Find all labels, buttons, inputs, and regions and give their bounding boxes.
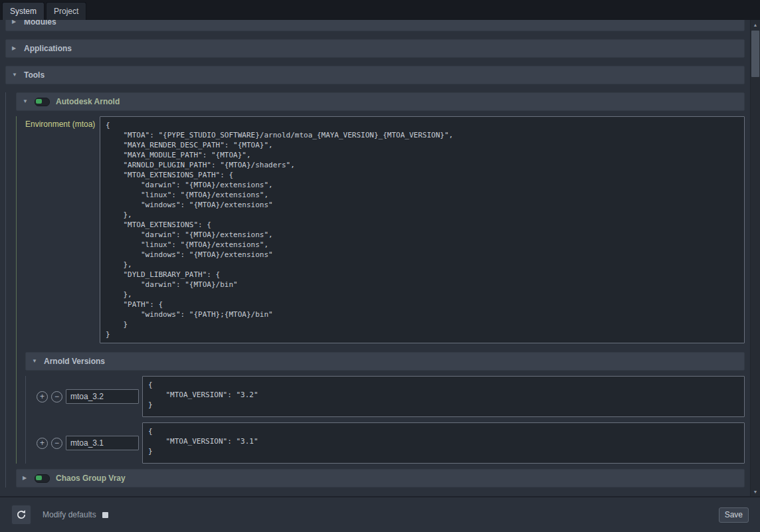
scrollbar-track[interactable]	[751, 29, 760, 487]
section-arnold-versions: ▼ Arnold Versions + − { "MTOA_VERSION": …	[25, 352, 745, 464]
add-version-button[interactable]: +	[37, 438, 48, 449]
section-header-modules[interactable]: ▶ Modules	[5, 20, 745, 31]
section-tools: ▼ Tools ▼ Autodesk Arnold Environment (m…	[5, 66, 745, 488]
arnold-enabled-toggle[interactable]	[35, 98, 50, 106]
toggle-knob-icon	[36, 99, 42, 104]
section-label-chaos-group-vray: Chaos Group Vray	[56, 474, 126, 483]
chevron-down-icon: ▼	[32, 359, 38, 364]
chevron-right-icon: ▶	[12, 46, 18, 51]
modify-defaults-checkbox[interactable]	[102, 512, 108, 518]
chevron-right-icon: ▶	[23, 476, 29, 481]
arnold-body: Environment (mtoa) { "MTOA": "{PYPE_STUD…	[16, 116, 745, 464]
tab-system[interactable]: System	[2, 2, 45, 20]
settings-window: System Project ▶ Modules ▶ Applications …	[0, 0, 760, 532]
vertical-scrollbar[interactable]: ▲ ▼	[750, 20, 760, 496]
arnold-versions-body: + − { "MTOA_VERSION": "3.2" } + −	[25, 376, 745, 464]
environment-json-textarea[interactable]: { "MTOA": "{PYPE_STUDIO_SOFTWARE}/arnold…	[100, 116, 745, 343]
section-label-autodesk-arnold: Autodesk Arnold	[56, 97, 120, 106]
version-row: + − { "MTOA_VERSION": "3.2" }	[37, 376, 745, 417]
vray-enabled-toggle[interactable]	[35, 474, 50, 483]
version-key-input[interactable]	[66, 389, 139, 404]
version-json-textarea[interactable]: { "MTOA_VERSION": "3.2" }	[142, 376, 745, 417]
main-tabbar: System Project	[0, 0, 760, 20]
section-header-applications[interactable]: ▶ Applications	[5, 39, 745, 58]
section-header-autodesk-arnold[interactable]: ▼ Autodesk Arnold	[16, 92, 745, 111]
section-label-modules: Modules	[24, 20, 56, 27]
tab-project[interactable]: Project	[46, 2, 86, 20]
section-header-chaos-group-vray[interactable]: ▶ Chaos Group Vray	[16, 469, 745, 488]
section-label-tools: Tools	[24, 70, 45, 80]
section-header-arnold-versions[interactable]: ▼ Arnold Versions	[25, 352, 745, 371]
version-row: + − { "MTOA_VERSION": "3.1" }	[37, 422, 745, 464]
modify-defaults-label: Modify defaults	[43, 510, 96, 519]
refresh-icon	[16, 509, 27, 520]
scrollbar-thumb[interactable]	[751, 31, 759, 77]
scroll-up-button[interactable]: ▲	[751, 20, 760, 29]
section-autodesk-arnold: ▼ Autodesk Arnold Environment (mtoa) { "…	[16, 92, 745, 464]
version-key-input[interactable]	[66, 436, 139, 450]
refresh-button[interactable]	[11, 505, 31, 525]
chevron-down-icon: ▼	[12, 72, 18, 78]
environment-label: Environment (mtoa)	[25, 116, 96, 129]
environment-field-row: Environment (mtoa) { "MTOA": "{PYPE_STUD…	[25, 116, 745, 343]
remove-version-button[interactable]: −	[51, 438, 62, 449]
section-label-arnold-versions: Arnold Versions	[44, 357, 105, 366]
settings-scroll-content: ▶ Modules ▶ Applications ▼ Tools ▼	[0, 20, 750, 496]
add-version-button[interactable]: +	[37, 391, 48, 402]
chevron-down-icon: ▼	[23, 99, 29, 104]
remove-version-button[interactable]: −	[51, 391, 62, 402]
version-json-textarea[interactable]: { "MTOA_VERSION": "3.1" }	[142, 422, 745, 464]
save-button[interactable]: Save	[719, 507, 749, 523]
tools-body: ▼ Autodesk Arnold Environment (mtoa) { "…	[5, 92, 745, 488]
scroll-down-button[interactable]: ▼	[751, 487, 760, 496]
section-header-tools[interactable]: ▼ Tools	[5, 66, 745, 84]
footer-bar: Modify defaults Save	[0, 496, 760, 532]
chevron-right-icon: ▶	[12, 20, 18, 25]
section-label-applications: Applications	[24, 44, 72, 53]
settings-main: ▶ Modules ▶ Applications ▼ Tools ▼	[0, 20, 760, 496]
toggle-knob-icon	[36, 476, 42, 480]
